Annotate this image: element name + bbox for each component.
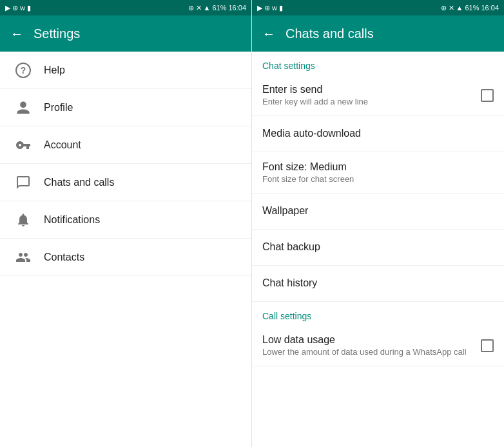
sidebar-item-chats-calls[interactable]: Chats and calls [0,164,251,201]
help-icon: ? [10,63,36,78]
chat-settings-list: Chat settings Enter is send Enter key wi… [252,52,504,447]
wallpaper-title: Wallpaper [262,205,494,217]
battery-text: 61% [212,4,226,12]
sidebar-item-notifications[interactable]: Notifications [0,201,251,239]
chat-history-content: Chat history [262,277,494,290]
low-data-usage-subtitle: Lower the amount of data used during a W… [262,347,473,357]
enter-is-send-content: Enter is send Enter key will add a new l… [262,84,473,106]
sidebar-item-account[interactable]: Account [0,126,251,164]
battery-text-r: 61% [465,4,479,12]
chats-calls-header: ← Chats and calls [252,15,504,52]
wifi-icon-r: ▲ [456,4,463,12]
notifications-label: Notifications [44,214,100,226]
wallpaper-item[interactable]: Wallpaper [252,194,504,230]
enter-is-send-item[interactable]: Enter is send Enter key will add a new l… [252,75,504,116]
mute-icon-r: ✕ [449,4,454,12]
sidebar-item-contacts[interactable]: Contacts [0,239,251,276]
settings-panel: ▶ ⊕ w ▮ ⊕ ✕ ▲ 61% 16:04 ← Settings ? Hel… [0,0,252,447]
right-time: 16:04 [481,4,499,12]
low-data-usage-content: Low data usage Lower the amount of data … [262,334,473,357]
lastfm-icon-r: ⊕ [264,4,270,12]
network-icon: ⊕ [188,4,194,12]
wifi-icon: ▲ [204,4,211,12]
call-settings-section-header: Call settings [252,302,504,325]
low-data-usage-title: Low data usage [262,334,473,346]
chat-backup-item[interactable]: Chat backup [252,230,504,266]
chats-back-button[interactable]: ← [262,26,275,41]
network-icon-r: ⊕ [441,4,447,12]
account-label: Account [44,139,81,151]
help-label: Help [44,65,65,76]
right-status-bar: ▶ ⊕ w ▮ ⊕ ✕ ▲ 61% 16:04 [252,0,504,15]
whatsapp-icon-r: w [272,4,277,12]
right-status-left: ▶ ⊕ w ▮ [257,4,283,12]
sidebar-item-profile[interactable]: Profile [0,89,251,126]
lastfm-icon: ⊕ [12,4,18,12]
low-data-usage-item[interactable]: Low data usage Lower the amount of data … [252,325,504,366]
account-icon [10,137,36,153]
settings-menu-list: ? Help Profile Account Chats and calls [0,52,251,447]
contacts-icon [10,250,36,265]
settings-title: Settings [34,26,80,41]
chat-history-item[interactable]: Chat history [252,266,504,302]
font-size-subtitle: Font size for chat screen [262,174,494,184]
chats-calls-title: Chats and calls [286,26,374,41]
font-size-content: Font size: Medium Font size for chat scr… [262,161,494,184]
chat-settings-section-header: Chat settings [252,52,504,75]
left-status-bar: ▶ ⊕ w ▮ ⊕ ✕ ▲ 61% 16:04 [0,0,251,15]
mute-icon: ✕ [196,4,202,12]
left-status-left: ▶ ⊕ w ▮ [5,4,31,12]
chats-calls-panel: ▶ ⊕ w ▮ ⊕ ✕ ▲ 61% 16:04 ← Chats and call… [252,0,504,447]
profile-icon [10,100,36,115]
chats-calls-label: Chats and calls [44,177,114,188]
chat-backup-title: Chat backup [262,241,494,253]
contacts-label: Contacts [44,252,84,263]
signal-icon: ▮ [27,4,31,12]
font-size-title: Font size: Medium [262,161,494,173]
media-auto-download-title: Media auto-download [262,128,494,139]
left-status-right: ⊕ ✕ ▲ 61% 16:04 [188,4,246,12]
left-time: 16:04 [228,4,246,12]
enter-is-send-title: Enter is send [262,84,473,95]
enter-is-send-subtitle: Enter key will add a new line [262,97,473,106]
play-icon: ▶ [5,4,10,12]
font-size-item[interactable]: Font size: Medium Font size for chat scr… [252,152,504,194]
chat-history-title: Chat history [262,277,494,289]
enter-is-send-checkbox[interactable] [481,89,494,102]
settings-back-button[interactable]: ← [10,26,23,41]
chats-icon [10,175,36,190]
sidebar-item-help[interactable]: ? Help [0,52,251,89]
settings-header: ← Settings [0,15,251,52]
play-icon-r: ▶ [257,4,262,12]
notifications-icon [10,212,36,228]
whatsapp-icon: w [20,4,25,12]
chat-backup-content: Chat backup [262,241,494,254]
media-auto-download-content: Media auto-download [262,128,494,141]
low-data-usage-checkbox[interactable] [481,339,494,352]
media-auto-download-item[interactable]: Media auto-download [252,116,504,152]
profile-label: Profile [44,102,73,114]
wallpaper-content: Wallpaper [262,205,494,218]
right-status-right: ⊕ ✕ ▲ 61% 16:04 [441,4,499,12]
signal-icon-r: ▮ [279,4,283,12]
